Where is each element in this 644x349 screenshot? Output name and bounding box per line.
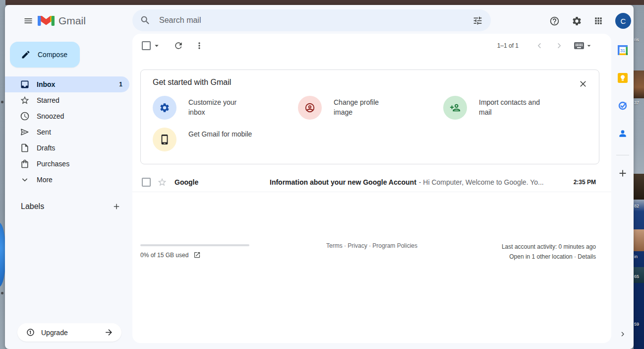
person-add-icon <box>443 96 467 120</box>
google-apps-button[interactable] <box>588 11 608 31</box>
gmail-m-icon <box>38 14 55 27</box>
desktop-top-strip <box>5 0 644 5</box>
email-snippet: - Hi Computer, Welcome to Google. Yo... <box>419 178 544 186</box>
person-circle-icon <box>298 96 322 120</box>
labels-heading: Labels <box>21 202 109 211</box>
search-bar[interactable] <box>132 9 491 31</box>
settings-button[interactable] <box>567 11 586 31</box>
open-in-new-icon[interactable] <box>193 251 201 259</box>
onboarding-item-label: Customize your inbox <box>188 96 253 120</box>
newer-page-button[interactable] <box>529 36 549 56</box>
compose-button[interactable]: Compose <box>10 42 80 68</box>
desktop-label-fragment: 37 <box>634 100 639 105</box>
sidebar-item-more[interactable]: More <box>5 172 129 188</box>
close-icon[interactable] <box>575 76 591 92</box>
sidebar-item-sent[interactable]: Sent <box>5 124 129 140</box>
get-addons-button[interactable] <box>617 167 629 179</box>
onboarding-item-gmail-mobile[interactable]: Get Gmail for mobile <box>153 128 253 151</box>
desktop-label-fragment: ris <box>634 37 639 42</box>
keep-icon[interactable] <box>618 73 628 83</box>
onboarding-item-label: Get Gmail for mobile <box>188 128 253 151</box>
email-time: 2:35 PM <box>574 179 596 186</box>
desktop-right-strip: ris 37 82 in 65 59 <box>634 5 644 349</box>
search-filter-icon[interactable] <box>469 12 486 29</box>
side-panel: 31 <box>611 34 634 349</box>
sidebar-item-label: Drafts <box>37 144 129 152</box>
onboarding-item-label: Change profile image <box>334 96 398 120</box>
sidebar-item-label: Snoozed <box>37 112 129 120</box>
sidebar: Compose Inbox 1 Starred Snoozed <box>5 34 132 349</box>
sidebar-item-snoozed[interactable]: Snoozed <box>5 108 129 124</box>
star-icon <box>20 95 30 105</box>
main-menu-button[interactable] <box>17 10 39 32</box>
search-icon[interactable] <box>139 14 151 26</box>
sidebar-item-label: Purchases <box>37 160 129 168</box>
sidebar-item-starred[interactable]: Starred <box>5 92 129 108</box>
email-checkbox[interactable] <box>142 178 151 187</box>
contacts-icon[interactable] <box>618 129 628 139</box>
account-avatar[interactable]: C <box>615 13 631 29</box>
sidebar-item-inbox[interactable]: Inbox 1 <box>5 76 129 92</box>
onboarding-item-customize-inbox[interactable]: Customize your inbox <box>153 96 253 120</box>
gear-icon <box>153 96 176 120</box>
older-page-button[interactable] <box>549 36 569 56</box>
storage-usage-label: 0% of 15 GB used <box>140 252 188 259</box>
more-options-button[interactable] <box>189 36 209 56</box>
email-sender: Google <box>175 178 270 186</box>
clock-icon <box>20 111 30 121</box>
select-all-checkbox[interactable] <box>142 41 151 50</box>
onboarding-item-label: Import contacts and mail <box>479 96 543 120</box>
arrow-right-icon[interactable] <box>104 328 114 337</box>
labels-section: Labels <box>5 199 132 214</box>
mail-toolbar: 1–1 of 1 <box>132 34 611 58</box>
open-locations-link[interactable]: Open in 1 other location · Details <box>502 252 596 262</box>
mail-list-panel: 1–1 of 1 Get started with Gmail <box>132 34 611 343</box>
desktop-label-fragment: 65 <box>634 274 639 279</box>
onboarding-item-change-profile[interactable]: Change profile image <box>298 96 398 120</box>
keyboard-icon <box>573 40 585 52</box>
avatar-letter: C <box>621 17 626 25</box>
sidebar-item-label: More <box>37 176 129 184</box>
gmail-window: Gmail C <box>5 5 634 349</box>
header: Gmail C <box>5 5 634 34</box>
draft-icon <box>20 143 30 153</box>
chevron-down-icon <box>20 175 30 185</box>
desktop-thumbnail <box>634 229 644 251</box>
upgrade-button[interactable]: Upgrade <box>17 323 121 342</box>
desktop-thumbnail <box>634 174 644 200</box>
star-icon[interactable] <box>157 177 167 187</box>
sidebar-item-label: Sent <box>37 128 129 136</box>
calendar-day: 31 <box>620 48 625 53</box>
side-panel-collapse-icon[interactable] <box>617 328 629 340</box>
shopping-bag-icon <box>20 159 30 169</box>
select-dropdown-icon[interactable] <box>152 41 162 51</box>
send-icon <box>20 127 30 137</box>
desktop-label-fragment: 82 <box>634 204 639 209</box>
sidebar-item-drafts[interactable]: Drafts <box>5 140 129 156</box>
email-row[interactable]: Google Information about your new Google… <box>132 173 611 192</box>
pencil-icon <box>21 50 31 60</box>
account-activity: Last account activity: 0 minutes ago Ope… <box>502 242 596 262</box>
calendar-icon[interactable]: 31 <box>618 45 628 55</box>
gmail-logo-text: Gmail <box>59 15 86 27</box>
search-input[interactable] <box>159 16 469 25</box>
input-tools-dropdown[interactable] <box>573 40 593 52</box>
gmail-logo: Gmail <box>38 12 86 30</box>
create-label-button[interactable] <box>109 199 124 214</box>
email-subject: Information about your new Google Accoun… <box>270 178 416 186</box>
inbox-icon <box>20 79 30 89</box>
side-panel-divider <box>616 155 629 155</box>
sidebar-item-label: Starred <box>37 96 129 104</box>
desktop-label-fragment: in <box>634 254 638 259</box>
smartphone-icon <box>153 128 176 151</box>
caret-down-icon <box>585 42 593 50</box>
desktop-thumbnail <box>634 70 644 98</box>
support-button[interactable] <box>544 11 564 31</box>
get-started-card: Get started with Gmail Customize your in… <box>140 70 599 164</box>
onboarding-item-import-contacts[interactable]: Import contacts and mail <box>443 96 543 120</box>
tasks-icon[interactable] <box>618 101 628 111</box>
unread-count-badge: 1 <box>119 81 122 88</box>
sidebar-item-purchases[interactable]: Purchases <box>5 156 129 172</box>
sidebar-item-label: Inbox <box>37 80 119 88</box>
refresh-button[interactable] <box>169 36 188 56</box>
